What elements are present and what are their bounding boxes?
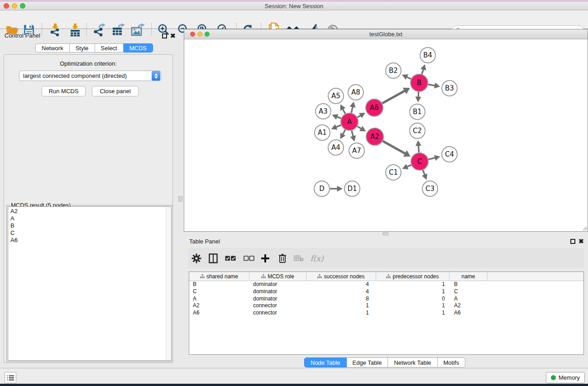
network-zoom-button[interactable] — [205, 32, 210, 37]
run-mcds-button[interactable]: Run MCDS — [42, 86, 86, 96]
import-table-icon[interactable] — [67, 22, 83, 38]
table-tab-network-table[interactable]: Network Table — [388, 357, 437, 367]
network-canvas[interactable]: B4B2BB3A5A8A6A3AB1A1C2A4A7A2CC4C1C3DD1 — [184, 39, 588, 231]
result-scrollbar[interactable] — [166, 207, 171, 360]
result-item[interactable]: A2 — [8, 207, 171, 215]
list-icon — [7, 375, 14, 381]
control-panel-float-icon[interactable] — [162, 33, 167, 38]
table-cell[interactable]: 1 — [376, 302, 449, 310]
table-cell[interactable]: connector — [249, 310, 306, 317]
table-panel-close-icon[interactable]: ✖ — [578, 239, 584, 244]
tab-select[interactable]: Select — [95, 43, 124, 52]
optimization-select[interactable]: largest connected component (directed) — [19, 71, 161, 81]
table-tab-edge-table[interactable]: Edge Table — [347, 357, 388, 367]
unselect-all-icon[interactable] — [242, 253, 256, 264]
resize-grip-icon[interactable] — [582, 225, 587, 231]
function-builder-icon[interactable]: f(x) — [310, 253, 324, 264]
memory-button[interactable]: Memory — [546, 372, 585, 383]
table-cell[interactable]: A6 — [189, 310, 249, 317]
delete-column-icon[interactable] — [276, 253, 289, 264]
export-network-icon[interactable] — [91, 22, 107, 38]
table-cell[interactable]: 1 — [376, 288, 449, 295]
table-cell[interactable]: B — [189, 281, 249, 288]
table-cell[interactable]: A — [189, 295, 249, 303]
graph-edge[interactable] — [352, 130, 354, 137]
graph-edge[interactable] — [351, 106, 353, 113]
table-cell[interactable]: 4 — [306, 281, 376, 288]
graph-node-label: B — [417, 79, 421, 87]
table-cell[interactable]: 8 — [306, 295, 376, 303]
column-header-successor-nodes[interactable]: successor nodes — [306, 272, 376, 281]
table-cell[interactable]: A2 — [189, 302, 249, 310]
graph-edge[interactable] — [382, 91, 405, 103]
graph-node-label: B1 — [413, 108, 422, 116]
vertical-splitter-handle[interactable] — [178, 196, 182, 202]
graph-edge[interactable] — [428, 85, 435, 86]
tab-network[interactable]: Network — [35, 43, 70, 52]
graph-edge[interactable] — [418, 145, 419, 152]
table-cell[interactable]: C — [449, 288, 488, 295]
horizontal-splitter-handle[interactable] — [382, 232, 388, 235]
network-close-button[interactable] — [190, 32, 195, 37]
table-cell[interactable]: A — [449, 295, 488, 303]
task-history-button[interactable] — [5, 372, 16, 383]
table-cell[interactable]: connector — [249, 302, 306, 310]
graph-node-label: C4 — [445, 150, 454, 158]
result-item[interactable]: A — [8, 215, 171, 222]
graph-node-label: B4 — [423, 51, 432, 59]
table-cell[interactable]: 0 — [376, 295, 449, 303]
result-item[interactable]: A6 — [8, 237, 171, 244]
control-panel-close-icon[interactable]: ✖ — [170, 33, 176, 38]
table-cell[interactable]: A6 — [449, 310, 488, 317]
table-cell[interactable]: 1 — [306, 310, 376, 317]
hierarchy-icon — [261, 274, 266, 278]
tab-style[interactable]: Style — [70, 43, 95, 52]
table-cell[interactable]: dominator — [249, 295, 306, 303]
table-cell[interactable]: C — [189, 288, 249, 295]
columns-icon[interactable] — [206, 253, 220, 264]
table-cell[interactable]: 4 — [306, 288, 376, 295]
table-cell[interactable]: A2 — [449, 302, 488, 310]
close-panel-button[interactable]: Close panel — [92, 86, 139, 96]
import-network-icon[interactable] — [47, 22, 63, 38]
mcds-result-list[interactable]: A2ABCA6 — [8, 206, 172, 361]
node-table[interactable]: shared nameMCDS rolesuccessor nodesprede… — [189, 272, 584, 355]
graph-edge[interactable] — [382, 141, 406, 154]
table-row[interactable]: Cdominator41C — [189, 288, 583, 295]
tab-mcds[interactable]: MCDS — [124, 43, 153, 52]
window-zoom-button[interactable] — [20, 3, 25, 9]
result-item[interactable]: C — [8, 229, 171, 237]
table-cell[interactable]: 1 — [376, 281, 449, 288]
table-row[interactable]: A6connector11A6 — [189, 310, 583, 317]
table-cell[interactable]: dominator — [249, 281, 306, 288]
table-cell[interactable]: 1 — [376, 310, 449, 317]
table-tab-motifs[interactable]: Motifs — [438, 357, 466, 367]
export-table-icon[interactable] — [110, 22, 126, 38]
graph-edge[interactable] — [428, 157, 435, 159]
export-image-icon[interactable] — [129, 22, 146, 38]
result-item[interactable]: B — [8, 222, 171, 229]
table-cell[interactable]: 1 — [306, 302, 376, 310]
table-row[interactable]: Adominator80A — [189, 295, 583, 303]
table-row[interactable]: A2connector11A2 — [189, 302, 583, 310]
column-header-name[interactable]: name — [449, 272, 488, 281]
table-panel-float-icon[interactable] — [570, 239, 575, 244]
window-close-button[interactable] — [4, 3, 9, 9]
table-tab-node-table[interactable]: Node Table — [304, 357, 347, 367]
network-minimize-button[interactable] — [197, 32, 202, 37]
network-graph[interactable]: B4B2BB3A5A8A6A3AB1A1C2A4A7A2CC4C1C3DD1 — [184, 39, 588, 231]
column-header-shared-name[interactable]: shared name — [189, 272, 249, 281]
table-panel-title: Table Panel — [189, 238, 220, 245]
delete-table-icon[interactable] — [292, 253, 306, 264]
network-window-titlebar[interactable]: testGlobe.txt — [184, 29, 588, 39]
window-minimize-button[interactable] — [12, 3, 17, 9]
add-column-icon[interactable] — [258, 253, 272, 264]
table-cell[interactable]: B — [449, 281, 488, 288]
column-header-predecessor-nodes[interactable]: predecessor nodes — [376, 272, 449, 281]
node-table-header: shared nameMCDS rolesuccessor nodesprede… — [189, 272, 583, 281]
table-cell[interactable]: dominator — [249, 288, 306, 295]
column-header-mcds-role[interactable]: MCDS role — [249, 272, 306, 281]
select-all-icon[interactable] — [224, 253, 237, 264]
gear-icon[interactable] — [190, 253, 203, 264]
table-row[interactable]: Bdominator41B — [189, 281, 583, 288]
